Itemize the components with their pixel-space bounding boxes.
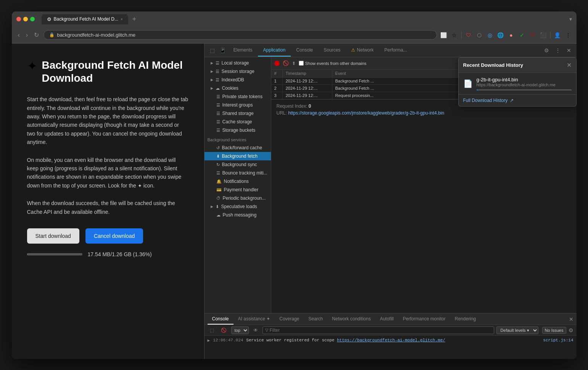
devtools-device-icon[interactable]: 📱	[217, 46, 228, 55]
sidebar-label: Back/forward cache	[222, 145, 262, 150]
sidebar-label: Storage buckets	[222, 128, 256, 133]
console-tab-autofill[interactable]: Autofill	[375, 314, 398, 325]
popup-close-button[interactable]: ✕	[567, 61, 572, 69]
filter-icon: ▽	[265, 328, 268, 333]
console-tab-rendering[interactable]: Rendering	[450, 314, 480, 325]
extension-icon-6[interactable]: ✓	[518, 31, 526, 39]
tab-close-button[interactable]: ×	[121, 17, 123, 21]
sidebar-item-background-fetch[interactable]: ⬇ Background fetch	[205, 152, 271, 160]
back-button[interactable]: ‹	[16, 30, 21, 40]
sidebar-item-storage-buckets[interactable]: ☰ Storage buckets	[205, 126, 271, 134]
sidebar-item-interest-groups[interactable]: ☰ Interest groups	[205, 101, 271, 109]
sidebar-item-private-state-tokens[interactable]: ☰ Private state tokens	[205, 92, 271, 101]
sidebar-item-shared-storage[interactable]: ☰ Shared storage	[205, 109, 271, 118]
maximize-traffic-light[interactable]	[30, 17, 35, 21]
extension-icon-8[interactable]: ⬛	[540, 31, 547, 39]
sidebar-item-cookies[interactable]: ▶ ☁ Cookies	[205, 84, 271, 92]
index-label: Request Index:	[277, 103, 308, 109]
tab-sources[interactable]: Sources	[318, 44, 346, 57]
extension-icon-4[interactable]: 🌐	[497, 31, 504, 39]
console-settings-button[interactable]: ⚙	[569, 327, 574, 333]
extension-icon-1[interactable]: 🛡	[465, 31, 472, 39]
sidebar-label: IndexedDB	[222, 77, 244, 82]
console-link[interactable]: https://backgroundfetch-ai-model.glitch.…	[337, 338, 445, 343]
sidebar-item-indexeddb[interactable]: ▶ ☰ IndexedDB	[205, 76, 271, 84]
context-selector[interactable]: top	[231, 326, 249, 334]
show-events-input[interactable]	[299, 61, 304, 66]
console-sidebar-toggle[interactable]: ⬚	[208, 327, 216, 334]
start-download-button[interactable]: Start download	[27, 228, 79, 244]
active-tab[interactable]: ⚙ Background Fetch AI Model D... ×	[42, 14, 128, 24]
extension-icon-5[interactable]: ●	[507, 31, 515, 39]
bookmark-icon[interactable]: ☆	[451, 31, 458, 39]
cast-icon[interactable]: ⬜	[440, 31, 448, 39]
sidebar-label: Periodic backgroun...	[223, 196, 266, 201]
sidebar-item-background-sync[interactable]: ↻ Background sync	[205, 160, 271, 169]
sidebar-item-session-storage[interactable]: ▶ ☰ Session storage	[205, 67, 271, 76]
eye-icon[interactable]: 👁	[251, 327, 260, 334]
close-devtools-icon[interactable]: ✕	[564, 46, 574, 55]
cancel-download-button[interactable]: Cancel download	[85, 228, 143, 244]
periodic-icon: ⏱	[216, 196, 221, 200]
new-tab-button[interactable]: +	[130, 15, 139, 24]
reload-button[interactable]: ↻	[32, 30, 40, 40]
tab-performance[interactable]: Performa...	[379, 44, 412, 57]
console-tab-search[interactable]: Search	[304, 314, 327, 325]
settings-icon[interactable]: ⚙	[542, 46, 551, 55]
expand-arrow: ▶	[211, 86, 213, 90]
download-item: 📄 g-2b-it-gpu-int4.bin https://backgroun…	[463, 77, 572, 90]
notification-icon: 🔔	[216, 179, 222, 184]
minimize-traffic-light[interactable]	[23, 17, 28, 21]
console-close-button[interactable]: ✕	[569, 316, 574, 322]
console-toolbar: ⬚ 🚫 top 👁 ▽ Default levels ▾ No Issues ⚙	[205, 325, 577, 336]
tab-elements[interactable]: Elements	[228, 44, 258, 57]
tab-application[interactable]: Application	[258, 44, 291, 57]
log-levels-selector[interactable]: Default levels ▾	[496, 326, 538, 334]
menu-button[interactable]: ⋮	[564, 31, 572, 39]
console-tab-coverage[interactable]: Coverage	[275, 314, 304, 325]
sidebar-item-local-storage[interactable]: ▶ ☰ Local storage	[205, 59, 271, 67]
console-tab-ai[interactable]: AI assistance ✦	[234, 314, 275, 325]
console-tab-network-conditions[interactable]: Network conditions	[327, 314, 375, 325]
close-traffic-light[interactable]	[16, 17, 21, 21]
record-button[interactable]	[274, 61, 280, 66]
sidebar-item-back-forward-cache[interactable]: ↺ Back/forward cache	[205, 144, 271, 152]
forward-button[interactable]: ›	[24, 30, 29, 40]
clear-button[interactable]: 🚫	[283, 60, 289, 66]
storage-icon: ☰	[216, 128, 220, 133]
devtools-inspect-icon[interactable]: ⬚	[208, 46, 217, 55]
more-options-icon[interactable]: ⋮	[553, 46, 563, 55]
expand-arrow: ▶	[211, 69, 213, 73]
address-bar: ‹ › ↻ 🔒 backgroundfetch-ai-model.glitch.…	[12, 27, 577, 44]
cell-timestamp: 2024-11-29 12:...	[283, 92, 332, 99]
tab-console[interactable]: Console	[291, 44, 318, 57]
devtools-right-icons: ⚙ ⋮ ✕	[542, 46, 574, 55]
show-events-checkbox[interactable]: Show events from other domains	[299, 61, 367, 66]
site-desc-2: On mobile, you can even kill the browser…	[27, 156, 189, 190]
console-file-link[interactable]: script.js:14	[543, 338, 573, 343]
dropdown-arrow-icon[interactable]: ▾	[569, 16, 572, 22]
filter-input[interactable]	[270, 328, 491, 333]
sidebar-item-payment-handler[interactable]: 💳 Payment handler	[205, 186, 271, 194]
console-tabs: Console AI assistance ✦ Coverage Search …	[205, 313, 577, 325]
site-logo-icon: ✦	[27, 59, 37, 73]
sidebar-item-push-messaging[interactable]: ☁ Push messaging	[205, 211, 271, 219]
console-tab-performance-monitor[interactable]: Performance monitor	[398, 314, 450, 325]
extension-icon-2[interactable]: ⬡	[475, 31, 483, 39]
extension-icon-3[interactable]: ◎	[486, 31, 494, 39]
sidebar-item-speculative-loads[interactable]: ▶ ⬇ Speculative loads	[205, 202, 271, 211]
upload-icon[interactable]: ⬆	[292, 61, 296, 66]
console-clear-button[interactable]: 🚫	[219, 327, 229, 334]
tab-network[interactable]: ⚠ Network	[346, 44, 379, 57]
sidebar-item-cache-storage[interactable]: ☰ Cache storage	[205, 118, 271, 126]
sidebar-item-bounce-tracking[interactable]: ☰ Bounce tracking miti...	[205, 169, 271, 177]
full-history-link[interactable]: Full Download History ↗	[459, 94, 576, 106]
console-expand-arrow[interactable]: ▶	[208, 338, 210, 343]
sidebar-item-notifications[interactable]: 🔔 Notifications	[205, 177, 271, 186]
console-tab-console[interactable]: Console	[208, 314, 234, 325]
profile-icon[interactable]: 👤	[554, 31, 561, 39]
sidebar-item-periodic-background[interactable]: ⏱ Periodic backgroun...	[205, 194, 271, 202]
extension-icon-7[interactable]: 🛡	[529, 31, 536, 39]
address-field[interactable]: 🔒 backgroundfetch-ai-model.glitch.me	[43, 30, 437, 40]
cookie-icon: ☁	[216, 86, 220, 91]
